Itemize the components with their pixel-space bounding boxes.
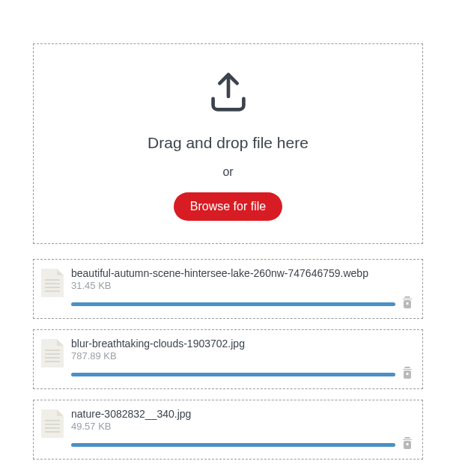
file-size: 49.57 KB: [71, 421, 413, 432]
file-name: beautiful-autumn-scene-hintersee-lake-26…: [71, 267, 413, 279]
file-size: 787.89 KB: [71, 350, 413, 361]
delete-button[interactable]: [401, 366, 413, 382]
file-name: nature-3082832__340.jpg: [71, 408, 413, 420]
file-size: 31.45 KB: [71, 280, 413, 291]
dropzone-title: Drag and drop file here: [49, 134, 407, 152]
file-icon: [41, 269, 64, 297]
upload-icon: [49, 68, 407, 120]
file-card: beautiful-autumn-scene-hintersee-lake-26…: [33, 259, 423, 319]
progress-bar: [71, 373, 395, 376]
file-card: nature-3082832__340.jpg 49.57 KB: [33, 400, 423, 460]
delete-button[interactable]: [401, 296, 413, 312]
dropzone-or: or: [49, 165, 407, 179]
progress-bar: [71, 443, 395, 447]
file-name: blur-breathtaking-clouds-1903702.jpg: [71, 338, 413, 350]
file-card: blur-breathtaking-clouds-1903702.jpg 787…: [33, 329, 423, 389]
browse-button[interactable]: Browse for file: [174, 192, 282, 221]
file-icon: [41, 339, 64, 367]
progress-bar: [71, 302, 395, 306]
dropzone[interactable]: Drag and drop file here or Browse for fi…: [33, 43, 423, 244]
file-icon: [41, 409, 64, 438]
delete-button[interactable]: [401, 436, 413, 453]
